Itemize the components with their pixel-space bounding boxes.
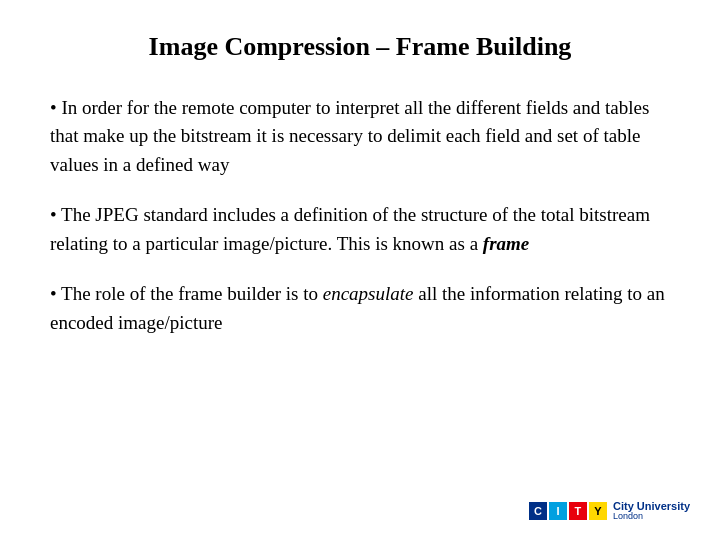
logo-block-c: C xyxy=(529,502,547,520)
city-logo-blocks: C I T Y xyxy=(529,502,607,520)
slide-content: • In order for the remote computer to in… xyxy=(50,94,670,338)
bullet-2: • The JPEG standard includes a definitio… xyxy=(50,201,670,258)
logo-block-i: I xyxy=(549,502,567,520)
bullet-marker-1: • xyxy=(50,97,61,118)
logo-text: City University London xyxy=(613,500,690,522)
slide-container: Image Compression – Frame Building • In … xyxy=(0,0,720,540)
bullet-3-italic: encapsulate xyxy=(323,283,414,304)
university-logo: C I T Y City University London xyxy=(529,500,690,522)
bullet-2-italic: frame xyxy=(483,233,529,254)
bullet-marker-2: • xyxy=(50,204,61,225)
logo-block-t: T xyxy=(569,502,587,520)
slide-title: Image Compression – Frame Building xyxy=(50,30,670,64)
bullet-2-text: • The JPEG standard includes a definitio… xyxy=(50,201,670,258)
bullet-marker-3: • xyxy=(50,283,61,304)
bullet-3-text: • The role of the frame builder is to en… xyxy=(50,280,670,337)
logo-block-y: Y xyxy=(589,502,607,520)
bullet-1-text: • In order for the remote computer to in… xyxy=(50,94,670,180)
logo-london-label: London xyxy=(613,512,690,522)
bullet-1: • In order for the remote computer to in… xyxy=(50,94,670,180)
bullet-3: • The role of the frame builder is to en… xyxy=(50,280,670,337)
